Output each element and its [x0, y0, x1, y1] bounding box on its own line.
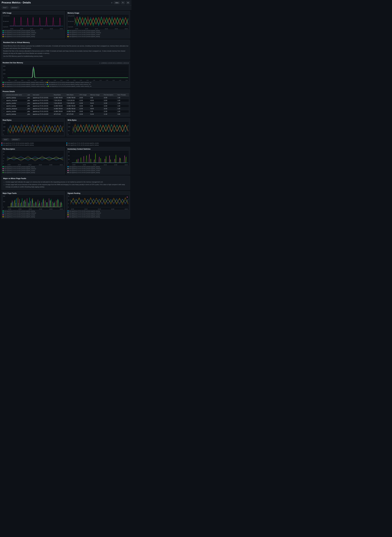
col-cpu: CPU Usage — [79, 93, 89, 96]
invol-chart-title: Involuntary Context Switches — [68, 148, 129, 150]
row-threads: 1.00 — [117, 102, 129, 104]
row-process-name: apache_backup — [5, 96, 27, 99]
row-num: 7 — [3, 113, 5, 116]
row-mem: 91.02 — [89, 102, 103, 104]
time-range-button[interactable]: -60m — [114, 1, 120, 4]
rb-y-15m: 15M — [3, 122, 5, 124]
read-bytes-legend: host=apache-ip-172-31-18-201 process=apa… — [1, 142, 65, 146]
rss-chart-header: Resident Set Size Memory ⊙ 11/09/2021 12… — [3, 62, 129, 64]
row-fd: 13.00 — [103, 102, 117, 104]
invol-chart-svg — [72, 151, 128, 163]
rss-chart-area: 60M 40M 20M 0 0:000:050:100:150:200:250:… — [3, 65, 129, 81]
sig-y-10: 10 — [68, 199, 69, 201]
bytes-legend-row: host=apache-ip-172-31-18-201 process=apa… — [1, 142, 130, 146]
row-mem: 45.95 — [89, 107, 103, 110]
cpu-memory-row: CPU Usage 100 percent 50 percent 0 perce… — [1, 11, 130, 38]
row-cpu: 10.00 — [79, 104, 89, 107]
bytes-filter-host[interactable]: host * — [2, 138, 9, 141]
row-user: john — [27, 104, 32, 107]
row-process-name: apache_backup — [5, 113, 27, 116]
mf-y-0: 0 — [3, 206, 4, 208]
major-minor-title: Major vs Minor Page Faults — [3, 177, 128, 180]
major-faults-svg — [8, 196, 63, 208]
filter-host[interactable]: host * — [2, 6, 9, 9]
memory-chart-title: Memory Usage — [68, 12, 129, 14]
row-fd: 13.00 — [103, 104, 117, 107]
process-table-title: Process Details — [3, 91, 129, 93]
process-details-table: process.executable.name user host.name R… — [3, 93, 129, 116]
mf-y-200: 200 — [3, 201, 5, 202]
cpu-chart-title: CPU Usage — [3, 12, 64, 14]
write-bytes-panel: Write Bytes 15M 10M 5M 0 — [66, 118, 130, 137]
row-user: john — [27, 96, 32, 99]
read-bytes-area: 15M 10M 5M 0 — [3, 122, 64, 135]
row-write-bytes: 14,880,768.00 — [66, 110, 79, 113]
row-write-bytes: 7,524,352.00 — [66, 102, 79, 104]
rb-y-0: 0 — [3, 134, 4, 135]
invol-y-2m: 2M — [68, 159, 70, 160]
row-fd: 11.00 — [103, 113, 117, 116]
rss-chart-svg — [8, 65, 128, 79]
write-bytes-title: Write Bytes — [68, 119, 129, 121]
clock-icon-rss: ⊙ — [99, 62, 100, 64]
row-read-bytes: 14,880,768.00 — [53, 104, 65, 107]
major-faults-legend: host=apache-ip-172-31-18-201 process=apa… — [3, 210, 64, 218]
row-process-name: apache_monitor — [5, 102, 27, 104]
cpu-chart-panel: CPU Usage 100 percent 50 percent 0 perce… — [1, 11, 65, 38]
row-mem: 0.89 — [89, 96, 103, 99]
fd-y-15: 15 — [3, 154, 4, 155]
row-read-bytes: 7,524,352.00 — [53, 102, 65, 104]
row-host: apache-ip-172-31-18-263 — [32, 113, 53, 116]
signals-legend: host=apache-ip-172-31-18-201 process=apa… — [68, 210, 129, 218]
process-table-section: Process Details process.executable.name … — [1, 89, 130, 117]
row-host: apache-ip-172-31-18-201 — [32, 102, 53, 104]
refresh-button[interactable]: ↻ — [121, 1, 125, 4]
rss-description: Resident Set vs Virtual Memory Virtual M… — [1, 40, 130, 60]
filter-process[interactable]: process * — [10, 6, 19, 9]
row-host: apache-ip-172-31-18-231 — [32, 104, 53, 107]
signals-area: 15 10 5 0 — [68, 195, 129, 210]
rb-y-5m: 5M — [3, 130, 5, 131]
row-process-name: apache_checkout — [5, 99, 27, 102]
cpu-chart-svg — [9, 15, 63, 28]
read-bytes-panel: Read Bytes 15M 10M 5M 0 — [1, 118, 65, 137]
wb-y-15m: 15M — [68, 122, 70, 124]
row-user: john — [27, 102, 32, 104]
fd-chart-panel: File Descriptors 20 15 10 5 0 — [1, 147, 65, 174]
fd-y-20: 20 — [3, 151, 4, 153]
filter-button[interactable]: ⊟ — [126, 1, 130, 4]
row-process-name: apache_monitor — [5, 110, 27, 113]
rss-chart-title: Resident Set Size Memory — [3, 62, 23, 64]
row-user: john — [27, 107, 32, 110]
row-write-bytes: 447,074.00 — [66, 113, 79, 116]
table-header-row: process.executable.name user host.name R… — [3, 93, 129, 96]
bytes-filter-process[interactable]: process * — [11, 138, 20, 141]
col-write: Write Bytes — [66, 93, 79, 96]
invol-y-6m: 6M — [68, 151, 70, 153]
row-threads: 1.00 — [117, 107, 129, 110]
row-read-bytes: 7,524,352.00 — [53, 99, 65, 102]
invol-y-4m: 4M — [68, 155, 70, 156]
fd-chart-svg — [7, 151, 63, 163]
signals-panel: Signals Pending 15 10 5 0 — [66, 191, 130, 219]
col-fd: File Descriptors — [103, 93, 117, 96]
row-num: 4 — [3, 104, 5, 107]
invol-x-labels: 18:5019:0019:1019:2019:3019:40 — [72, 164, 128, 166]
col-threads: Num Threads — [117, 93, 129, 96]
page-header: Process Metrics - Details ⊙ -60m ↻ ⊟ — [0, 0, 131, 5]
fd-y-0: 0 — [3, 163, 4, 164]
row-fd: 12.00 — [103, 110, 117, 113]
row-write-bytes: 7,524,352.00 — [66, 99, 79, 102]
invol-y-0: 0 — [68, 162, 69, 163]
memory-chart-panel: Memory Usage 100 percent 50 percent 0 pe… — [66, 11, 130, 38]
rss-y-0: 0 — [3, 77, 4, 78]
row-read-bytes: 447,074.00 — [53, 113, 65, 116]
memory-legend: host=apache-ip-172-31-18-201 process=apa… — [68, 30, 129, 37]
sig-y-0: 0 — [68, 206, 69, 208]
major-x-labels: 18:5019:0019:1019:2019:3019:40 — [8, 208, 63, 210]
row-num: 5 — [3, 107, 5, 110]
row-user: john — [27, 110, 32, 113]
col-user: user — [27, 93, 32, 96]
fd-chart-title: File Descriptors — [3, 148, 64, 150]
fd-x-labels: 18:5019:0019:1019:2019:3019:40 — [7, 164, 63, 166]
